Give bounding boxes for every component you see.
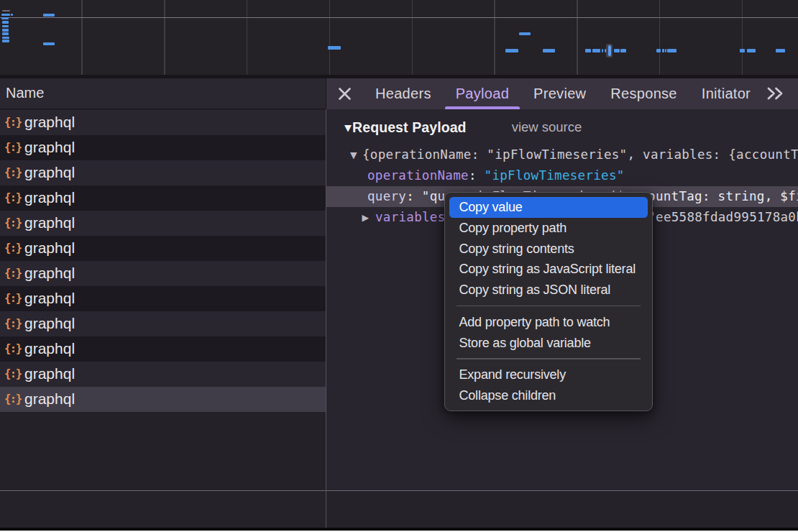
context-menu: Copy valueCopy property pathCopy string … bbox=[444, 192, 653, 411]
tab-label: Initiator bbox=[702, 86, 751, 102]
menu-item-copy-string-contents[interactable]: Copy string contents bbox=[449, 239, 648, 260]
overview-bar bbox=[1, 14, 10, 17]
tab-response[interactable]: Response bbox=[598, 78, 689, 109]
tab-label: Response bbox=[610, 86, 677, 102]
tree-segment-punct: : bbox=[469, 168, 485, 183]
overview-bar bbox=[740, 49, 746, 52]
summary-footer bbox=[0, 490, 798, 528]
overview-bar bbox=[585, 49, 591, 52]
overview-bar bbox=[2, 21, 9, 24]
view-source-link[interactable]: view source bbox=[512, 119, 582, 135]
more-tabs-button[interactable] bbox=[758, 78, 792, 109]
panel-divider[interactable] bbox=[326, 109, 327, 528]
menu-separator bbox=[457, 301, 641, 312]
overview-bar bbox=[620, 49, 626, 52]
request-row[interactable]: {:}graphql bbox=[0, 185, 326, 211]
request-row[interactable]: {:}graphql bbox=[0, 387, 326, 412]
overview-bar bbox=[665, 49, 666, 52]
tabs-container: HeadersPayloadPreviewResponseInitiator bbox=[363, 78, 763, 109]
json-braces-icon: {:} bbox=[4, 216, 24, 229]
menu-item-expand-recursively[interactable]: Expand recursively bbox=[449, 364, 648, 385]
menu-item-copy-value[interactable]: Copy value bbox=[449, 197, 648, 218]
name-column-label: Name bbox=[6, 85, 44, 101]
tree-segment-punct: : bbox=[406, 189, 422, 203]
detail-tabbar: HeadersPayloadPreviewResponseInitiator bbox=[326, 78, 798, 109]
json-braces-icon: {:} bbox=[4, 166, 24, 179]
overview-gridline-horizontal bbox=[0, 17, 798, 18]
request-row[interactable]: {:}graphql bbox=[0, 211, 326, 236]
name-column-header[interactable]: Name bbox=[0, 78, 326, 109]
json-braces-icon: {:} bbox=[4, 242, 24, 254]
request-name-label: graphql bbox=[24, 214, 75, 231]
json-braces-icon: {:} bbox=[4, 191, 24, 204]
menu-item-store-as-global-variable[interactable]: Store as global variable bbox=[449, 333, 648, 354]
overview-bar bbox=[543, 49, 555, 52]
request-name-label: graphql bbox=[24, 315, 75, 332]
request-name-label: graphql bbox=[24, 189, 75, 206]
menu-separator bbox=[457, 353, 641, 364]
tab-preview[interactable]: Preview bbox=[521, 78, 598, 109]
tab-label: Preview bbox=[533, 86, 586, 102]
overview-bar bbox=[2, 25, 9, 28]
tab-initiator[interactable]: Initiator bbox=[689, 78, 763, 109]
overview-bar bbox=[505, 49, 518, 52]
network-overview-timeline[interactable] bbox=[0, 0, 798, 75]
tab-label: Payload bbox=[456, 86, 509, 102]
request-list: {:}graphql{:}graphql{:}graphql{:}graphql… bbox=[0, 110, 326, 490]
overview-bar bbox=[11, 14, 13, 17]
request-row[interactable]: {:}graphql bbox=[0, 160, 326, 185]
json-braces-icon: {:} bbox=[4, 141, 24, 154]
request-row[interactable]: {:}graphql bbox=[0, 362, 326, 387]
request-row[interactable]: {:}graphql bbox=[0, 110, 326, 135]
overview-bar bbox=[614, 49, 620, 52]
overview-bar bbox=[592, 49, 600, 52]
expander-collapsed-icon[interactable]: ▶ bbox=[362, 207, 370, 228]
tree-segment-key: variables bbox=[375, 210, 446, 224]
request-row[interactable]: {:}graphql bbox=[0, 261, 326, 286]
request-name-label: graphql bbox=[24, 390, 75, 408]
menu-item-copy-string-as-javascript-literal[interactable]: Copy string as JavaScript literal bbox=[449, 259, 648, 280]
json-braces-icon: {:} bbox=[4, 292, 24, 305]
overview-bar bbox=[2, 37, 10, 39]
request-name-label: graphql bbox=[24, 290, 75, 307]
overview-bar bbox=[776, 49, 785, 52]
json-braces-icon: {:} bbox=[4, 267, 24, 280]
overview-bar bbox=[2, 40, 9, 42]
request-row[interactable]: {:}graphql bbox=[0, 236, 326, 261]
request-name-label: graphql bbox=[24, 139, 75, 156]
request-row[interactable]: {:}graphql bbox=[0, 311, 326, 336]
overview-bar bbox=[747, 49, 756, 52]
json-braces-icon: {:} bbox=[4, 393, 24, 405]
request-row[interactable]: {:}graphql bbox=[0, 135, 326, 160]
overview-bar bbox=[602, 49, 604, 52]
overview-bar bbox=[608, 45, 611, 57]
request-payload-title: Request Payload bbox=[352, 119, 467, 136]
request-name-label: graphql bbox=[24, 340, 75, 357]
overview-bar bbox=[1, 17, 9, 20]
close-detail-button[interactable] bbox=[326, 78, 363, 109]
tree-segment-key: operationName bbox=[367, 168, 469, 183]
tree-row[interactable]: operationName: "ipFlowTimeseries" bbox=[326, 165, 798, 186]
tab-label: Headers bbox=[375, 86, 431, 102]
overview-bar bbox=[656, 49, 661, 52]
json-braces-icon: {:} bbox=[4, 342, 24, 355]
request-row[interactable]: {:}graphql bbox=[0, 336, 326, 362]
close-icon bbox=[338, 87, 352, 101]
chevron-double-right-icon bbox=[766, 86, 785, 101]
tab-payload[interactable]: Payload bbox=[444, 78, 521, 109]
request-name-label: graphql bbox=[24, 239, 75, 257]
request-row[interactable]: {:}graphql bbox=[0, 286, 326, 311]
tree-segment-preview: {operationName: "ipFlowTimeseries", vari… bbox=[362, 147, 798, 162]
menu-item-copy-string-as-json-literal[interactable]: Copy string as JSON literal bbox=[449, 280, 648, 301]
request-name-label: graphql bbox=[24, 114, 75, 131]
menu-item-copy-property-path[interactable]: Copy property path bbox=[449, 218, 648, 239]
expander-expanded-icon[interactable]: ▼ bbox=[350, 145, 357, 165]
overview-bar bbox=[662, 49, 664, 52]
tab-headers[interactable]: Headers bbox=[363, 78, 444, 109]
overview-bar bbox=[2, 32, 9, 35]
overview-bar bbox=[667, 49, 677, 52]
request-payload-expander-icon[interactable]: ▼ bbox=[344, 122, 352, 132]
menu-item-add-property-path-to-watch[interactable]: Add property path to watch bbox=[449, 312, 648, 333]
tree-row[interactable]: ▼{operationName: "ipFlowTimeseries", var… bbox=[326, 145, 798, 165]
menu-item-collapse-children[interactable]: Collapse children bbox=[449, 385, 648, 406]
